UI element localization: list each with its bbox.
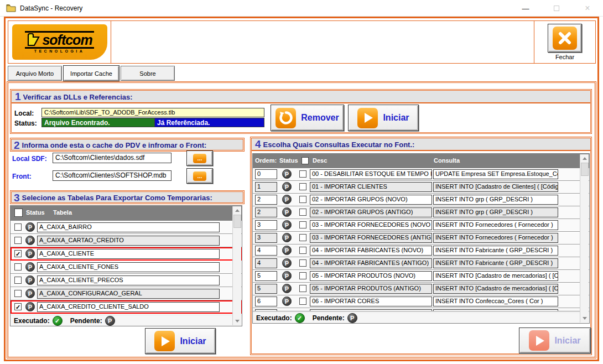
query-row[interactable]: 5 05 - IMPORTAR PRODUTOS (NOVO) INSERT I… [253,270,589,283]
consulta-field[interactable]: UPDATE Empresa SET Empresa.Estoque_Co [433,169,558,179]
query-row[interactable]: 6 06 - IMPORTAR CORES INSERT INTO Confec… [253,295,589,308]
desc-field[interactable]: 06 - IMPORTAR CORES [310,297,432,306]
desc-field[interactable]: 02 - IMPORTAR GRUPOS (NOVO) [310,195,432,205]
query-row[interactable]: 5 05 - IMPORTAR PRODUTOS (ANTIGO) INSERT… [253,283,589,295]
tab-sobre[interactable]: Sobre [121,66,175,81]
fechar-button[interactable] [548,24,582,53]
query-row[interactable]: 3 03 - IMPORTAR FORNECEDORES (NOVO INSER… [253,219,589,232]
row-checkbox[interactable] [299,298,306,305]
ordem-field[interactable]: 2 [255,207,277,217]
queries-scrollbar[interactable] [580,154,589,323]
row-checkbox[interactable]: ✓ [14,250,22,257]
ordem-field[interactable]: 4 [255,258,277,268]
consulta-field[interactable]: INSERT INTO Fornecedores ( Fornecedor ) [433,233,558,243]
query-row[interactable]: 2 02 - IMPORTAR GRUPOS (ANTIGO) INSERT I… [253,206,589,219]
desc-field[interactable]: 01 - IMPORTAR CLIENTES [310,182,432,192]
tab-arquivo-morto[interactable]: Arquivo Morto [8,66,62,81]
scroll-down-icon[interactable] [233,317,241,325]
row-checkbox[interactable] [299,196,306,203]
desc-field[interactable]: 05 - IMPORTAR PRODUTOS (NOVO) [310,271,432,281]
ordem-field[interactable]: 2 [255,195,277,205]
tables-scrollbar[interactable] [232,206,241,325]
consulta-field[interactable]: INSERT INTO Fabricante ( GRP_DESCRI ) [433,246,558,256]
table-name-field[interactable]: A_CAIXA_CONFIGURACAO_GERAL [37,289,220,299]
remover-button[interactable]: Remover [271,105,344,131]
table-name-field[interactable]: A_CAIXA_CLIENTE_PRECOS [37,275,220,285]
tab-importar-cache[interactable]: Importar Cache [63,65,119,81]
row-checkbox[interactable] [14,277,22,284]
maximize-button[interactable] [541,0,572,17]
query-row[interactable]: 1 01 - IMPORTAR CLIENTES INSERT INTO [Ca… [253,181,589,194]
row-checkbox[interactable] [299,234,306,241]
desc-field[interactable]: 00 - DESABILITAR ESTOQUE EM TEMPO I [310,169,432,179]
local-path-field[interactable]: C:\Softcom\Lib\SDF_TO_ADODB_ForAccess.tl… [41,108,264,117]
row-checkbox[interactable] [299,272,306,279]
row-checkbox[interactable] [14,290,22,297]
row-checkbox[interactable] [299,285,306,292]
select-all-checkbox[interactable] [14,209,23,217]
ordem-field[interactable]: 5 [255,271,277,281]
consulta-field[interactable]: INSERT INTO [Cadastro de mercadorias] ( … [433,284,558,294]
ordem-field[interactable]: 0 [255,169,277,179]
table-row[interactable]: A_CAIXA_CARTAO_CREDITO [11,234,242,247]
desc-field[interactable]: 03 - IMPORTAR FORNECEDORES (NOVO [310,220,432,230]
consulta-field[interactable]: INSERT INTO Fornecedores ( Fornecedor ) [433,220,558,230]
consulta-field[interactable]: INSERT INTO [Cadastro de Clientes] ( [Có… [433,182,558,192]
consulta-field[interactable]: INSERT INTO grp ( GRP_DESCRI ) [433,195,558,205]
scroll-down-icon[interactable] [581,314,589,323]
desc-field[interactable]: 05 - IMPORTAR PRODUTOS (ANTIGO) [310,284,432,294]
row-checkbox[interactable] [299,247,306,254]
ordem-field[interactable]: 3 [255,220,277,230]
browse-front-button[interactable]: ... [186,168,213,184]
table-row[interactable]: A_CAIXA_CONFIGURACAO_GERAL [11,287,242,300]
ordem-field[interactable]: 1 [255,182,277,192]
consulta-field[interactable]: INSERT INTO [Cadastro de mercadorias] ( … [433,271,558,281]
query-row[interactable]: 2 02 - IMPORTAR GRUPOS (NOVO) INSERT INT… [253,194,589,206]
query-row[interactable]: 4 04 - IMPORTAR FABRICANTES (NOVO) INSER… [253,245,589,257]
browse-sdf-button[interactable]: ... [186,150,213,166]
desc-field[interactable]: 03 - IMPORTAR FORNECEDORES (ANTIG [310,233,432,243]
close-button[interactable]: × [572,0,603,17]
table-name-field[interactable]: A_CAIXA_CREDITO_CLIENTE_SALDO [37,302,220,312]
table-name-field[interactable]: A_CAIXA_BAIRRO [37,222,220,232]
desc-field[interactable]: 04 - IMPORTAR FABRICANTES (NOVO) [310,246,432,256]
row-checkbox[interactable] [14,237,22,244]
iniciar-dll-button[interactable]: Iniciar [348,105,419,131]
local-sdf-field[interactable]: C:\Softcom\Clientes\dados.sdf [53,153,171,163]
query-row[interactable]: 4 04 - IMPORTAR FABRICANTES (ANTIGO) INS… [253,257,589,270]
consulta-field[interactable]: INSERT INTO Confeccao_Cores ( Cor ) [433,297,558,306]
table-row-selected[interactable]: ✓ A_CAIXA_CREDITO_CLIENTE_SALDO [11,300,242,314]
ordem-field[interactable]: 4 [255,246,277,256]
table-name-field[interactable]: A_CAIXA_CARTAO_CREDITO [37,236,220,246]
row-checkbox[interactable] [14,223,22,231]
scroll-up-icon[interactable] [233,206,241,215]
ordem-field[interactable]: 5 [255,284,277,294]
scrollbar-thumb[interactable] [581,163,589,176]
table-name-field[interactable]: A_CAIXA_CLIENTE [37,249,220,259]
row-checkbox[interactable] [299,170,306,178]
row-checkbox[interactable] [299,183,306,190]
row-checkbox[interactable] [299,209,306,216]
ordem-field[interactable]: 3 [255,233,277,243]
query-row[interactable]: 0 00 - DESABILITAR ESTOQUE EM TEMPO I UP… [253,168,589,181]
table-row[interactable]: A_CAIXA_CLIENTE_FONES [11,261,242,274]
row-checkbox[interactable] [14,263,22,271]
row-checkbox[interactable]: ✓ [14,303,22,310]
table-row[interactable]: A_CAIXA_CLIENTE_PRECOS [11,274,242,287]
consulta-field[interactable]: INSERT INTO Fabricante ( GRP_DESCRI ) [433,258,558,268]
table-row[interactable]: A_CAIXA_BAIRRO [11,221,242,234]
query-row[interactable]: 3 03 - IMPORTAR FORNECEDORES (ANTIG INSE… [253,232,589,245]
iniciar-export-button[interactable]: Iniciar [145,328,216,354]
row-checkbox[interactable] [299,221,306,228]
scroll-up-icon[interactable] [581,154,589,163]
table-name-field[interactable]: A_CAIXA_CLIENTE_FONES [37,262,220,272]
table-row-selected[interactable]: ✓ A_CAIXA_CLIENTE [11,247,242,261]
desc-field[interactable]: 04 - IMPORTAR FABRICANTES (ANTIGO) [310,258,432,268]
scrollbar-thumb[interactable] [233,215,241,228]
desc-field[interactable]: 02 - IMPORTAR GRUPOS (ANTIGO) [310,207,432,217]
select-all-checkbox[interactable] [301,157,309,164]
row-checkbox[interactable] [299,259,306,267]
front-field[interactable]: C:\Softcom\Clientes\SOFTSHOP.mdb [53,170,171,181]
ordem-field[interactable]: 6 [255,297,277,306]
minimize-button[interactable]: — [510,0,541,17]
